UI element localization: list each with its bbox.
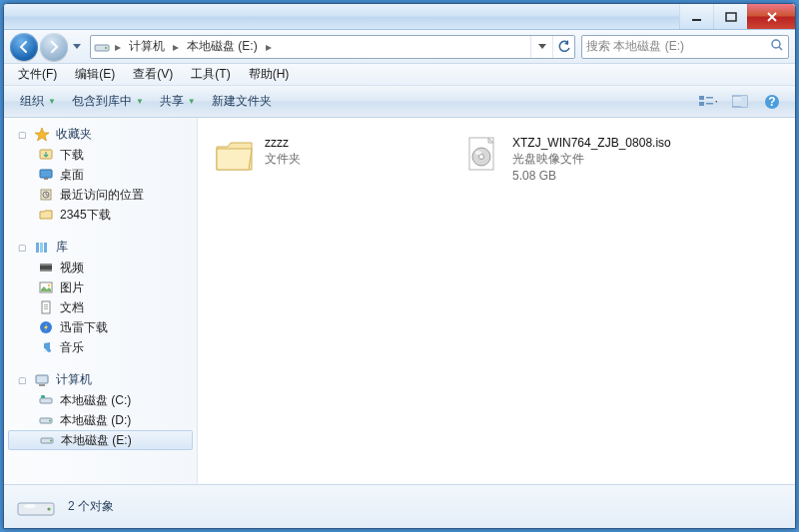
- svg-rect-14: [40, 170, 52, 178]
- video-icon: [38, 260, 54, 275]
- menu-file[interactable]: 文件(F): [10, 64, 65, 85]
- sidebar-item-drive-d[interactable]: 本地磁盘 (D:): [4, 410, 197, 430]
- svg-rect-15: [44, 178, 48, 180]
- picture-icon: [38, 279, 54, 295]
- nav-header-computer[interactable]: ▢计算机: [4, 369, 197, 390]
- back-arrow-icon: [17, 40, 31, 54]
- menu-tools[interactable]: 工具(T): [183, 64, 238, 85]
- command-bar: 组织▼ 包含到库中▼ 共享▼ 新建文件夹 ?: [4, 86, 795, 118]
- nav-header-favorites[interactable]: ▢收藏夹: [4, 124, 197, 145]
- organize-button[interactable]: 组织▼: [12, 90, 64, 113]
- svg-rect-10: [741, 96, 747, 107]
- include-in-library-button[interactable]: 包含到库中▼: [64, 90, 152, 113]
- menu-view[interactable]: 查看(V): [125, 64, 181, 85]
- svg-rect-28: [44, 306, 48, 307]
- refresh-icon: [557, 40, 571, 54]
- recent-icon: [38, 187, 54, 203]
- sidebar-item-recent[interactable]: 最近访问的位置: [4, 185, 197, 205]
- forward-arrow-icon: [47, 40, 61, 54]
- collapse-icon: ▢: [18, 243, 28, 253]
- file-list[interactable]: zzzz 文件夹 XTZJ_WIN764_ZJB_0808.iso 光盘映像文件…: [198, 118, 795, 484]
- svg-rect-18: [36, 243, 39, 253]
- svg-point-42: [475, 151, 481, 155]
- close-button[interactable]: [747, 4, 795, 29]
- back-button[interactable]: [10, 33, 38, 61]
- help-icon: ?: [764, 94, 780, 110]
- nav-group-favorites: ▢收藏夹 下载 桌面 最近访问的位置 2345下载: [4, 124, 197, 225]
- menu-help[interactable]: 帮助(H): [241, 64, 298, 85]
- svg-rect-29: [44, 308, 48, 309]
- sidebar-item-thunder[interactable]: 迅雷下载: [4, 317, 197, 337]
- minimize-button[interactable]: [679, 4, 713, 29]
- share-button[interactable]: 共享▼: [152, 90, 204, 113]
- desktop-icon: [38, 167, 54, 183]
- download-icon: [38, 147, 54, 163]
- svg-point-44: [47, 507, 50, 510]
- search-box[interactable]: 搜索 本地磁盘 (E:): [581, 35, 789, 59]
- preview-pane-button[interactable]: [725, 91, 755, 113]
- minimize-icon: [691, 11, 703, 23]
- chevron-down-icon: ▼: [136, 97, 144, 106]
- sidebar-item-documents[interactable]: 文档: [4, 297, 197, 317]
- svg-point-45: [24, 504, 36, 508]
- menu-edit[interactable]: 编辑(E): [67, 64, 123, 85]
- breadcrumb-segment[interactable]: 计算机: [125, 36, 169, 57]
- title-bar[interactable]: [4, 4, 795, 30]
- status-text: 2 个对象: [68, 498, 114, 515]
- svg-rect-19: [40, 243, 43, 253]
- sidebar-item-2345[interactable]: 2345下载: [4, 205, 197, 225]
- svg-point-41: [479, 155, 484, 160]
- svg-rect-32: [39, 384, 45, 386]
- sidebar-item-drive-e[interactable]: 本地磁盘 (E:): [8, 430, 193, 450]
- drive-large-icon: [16, 492, 56, 522]
- search-placeholder: 搜索 本地磁盘 (E:): [586, 38, 684, 55]
- view-icon: [699, 95, 717, 109]
- svg-rect-31: [36, 375, 48, 383]
- breadcrumb-segment[interactable]: 本地磁盘 (E:): [183, 36, 262, 57]
- computer-icon: [34, 372, 50, 388]
- close-icon: [766, 11, 778, 23]
- sidebar-item-pictures[interactable]: 图片: [4, 277, 197, 297]
- view-button[interactable]: [693, 91, 723, 113]
- forward-button[interactable]: [40, 33, 68, 61]
- breadcrumb-sep: ▸: [266, 40, 272, 54]
- svg-point-36: [49, 420, 51, 422]
- sidebar-item-desktop[interactable]: 桌面: [4, 165, 197, 185]
- nav-row: ▸ 计算机 ▸ 本地磁盘 (E:) ▸ 搜索 本地磁盘 (E:): [4, 30, 795, 64]
- svg-rect-8: [706, 103, 713, 105]
- new-folder-button[interactable]: 新建文件夹: [204, 90, 280, 113]
- file-type: 文件夹: [265, 151, 301, 168]
- svg-point-25: [48, 284, 50, 286]
- help-button[interactable]: ?: [757, 91, 787, 113]
- nav-header-libraries[interactable]: ▢库: [4, 237, 197, 258]
- preview-pane-icon: [732, 95, 748, 109]
- svg-rect-6: [699, 102, 704, 106]
- collapse-icon: ▢: [18, 130, 28, 140]
- sidebar-item-music[interactable]: 音乐: [4, 337, 197, 357]
- file-size: 5.08 GB: [512, 169, 671, 183]
- file-item-folder[interactable]: zzzz 文件夹: [206, 130, 445, 186]
- refresh-button[interactable]: [552, 36, 574, 58]
- chevron-down-icon: [538, 44, 546, 50]
- svg-rect-33: [40, 398, 52, 403]
- file-item-iso[interactable]: XTZJ_WIN764_ZJB_0808.iso 光盘映像文件 5.08 GB: [453, 130, 693, 186]
- iso-icon: [460, 134, 504, 178]
- search-icon: [770, 38, 784, 55]
- svg-point-3: [105, 47, 107, 49]
- maximize-button[interactable]: [713, 4, 747, 29]
- address-dropdown-button[interactable]: [530, 36, 552, 58]
- svg-rect-20: [44, 243, 47, 253]
- library-icon: [34, 240, 50, 256]
- sidebar-item-downloads[interactable]: 下载: [4, 145, 197, 165]
- explorer-window: ▸ 计算机 ▸ 本地磁盘 (E:) ▸ 搜索 本地磁盘 (E:) 文件(F) 编…: [3, 3, 796, 529]
- address-bar[interactable]: ▸ 计算机 ▸ 本地磁盘 (E:) ▸: [90, 35, 575, 59]
- svg-rect-0: [692, 19, 701, 21]
- nav-history-button[interactable]: [70, 37, 84, 57]
- sidebar-item-drive-c[interactable]: 本地磁盘 (C:): [4, 390, 197, 410]
- details-pane: 2 个对象: [4, 484, 795, 528]
- folder-large-icon: [213, 134, 257, 178]
- collapse-icon: ▢: [18, 375, 28, 385]
- navigation-pane[interactable]: ▢收藏夹 下载 桌面 最近访问的位置 2345下载 ▢库 视频 图片 文档 迅雷…: [4, 118, 198, 484]
- sidebar-item-videos[interactable]: 视频: [4, 258, 197, 277]
- breadcrumb[interactable]: ▸ 计算机 ▸ 本地磁盘 (E:) ▸: [113, 36, 530, 57]
